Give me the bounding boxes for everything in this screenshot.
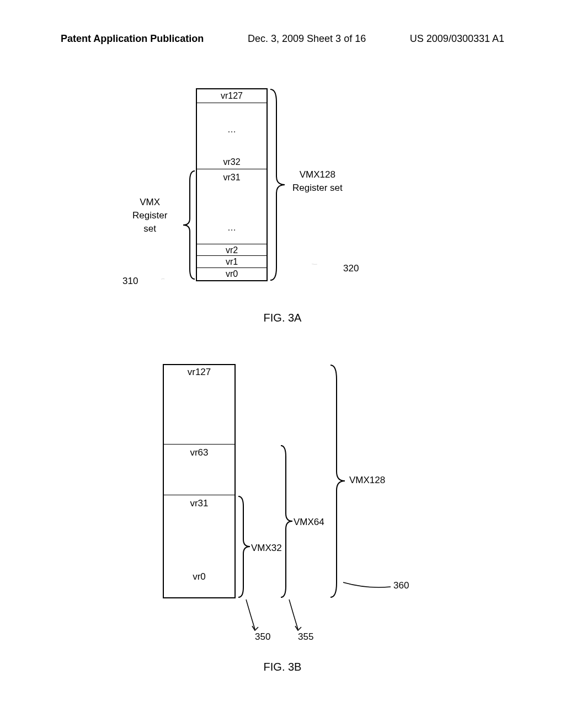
leader-line-310 [143, 279, 182, 280]
register-vr127-b: vr127 [164, 365, 234, 379]
leader-line-355 [287, 598, 303, 631]
leader-line-320 [287, 264, 342, 265]
vmx128-register-set-label: VMX128 Register set [292, 168, 343, 195]
register-stack-3b: vr127 vr63 vr31 vr0 [163, 364, 236, 598]
gap-3 [164, 511, 234, 571]
page-header: Patent Application Publication Dec. 3, 2… [0, 33, 565, 45]
brace-left-icon [182, 170, 196, 280]
register-vr31-b: vr31 [164, 495, 234, 511]
ellipsis-top: … [197, 103, 266, 156]
reference-320: 320 [343, 263, 359, 274]
header-sheet-info: Dec. 3, 2009 Sheet 3 of 16 [248, 33, 366, 45]
brace-vmx32-icon [237, 495, 251, 598]
header-publication: Patent Application Publication [61, 33, 204, 45]
register-stack-3a: vr127 … vr32 vr31 … vr2 vr1 vr0 [196, 88, 268, 281]
ellipsis-bottom: … [197, 186, 266, 244]
figure-3b-caption: FIG. 3B [0, 661, 565, 673]
vmx-register-set-label: VMX Register set [132, 196, 167, 235]
reference-355: 355 [298, 631, 313, 643]
vmx128-label-b: VMX128 [349, 475, 385, 486]
reference-360: 360 [393, 580, 409, 591]
register-vr31: vr31 [197, 169, 266, 186]
header-doc-number: US 2009/0300331 A1 [410, 33, 504, 45]
register-vr0-b: vr0 [164, 571, 234, 585]
brace-right-icon [269, 88, 286, 281]
register-vr32: vr32 [197, 156, 266, 169]
register-vr2: vr2 [197, 244, 266, 256]
gap-2 [164, 460, 234, 495]
register-vr0: vr0 [197, 268, 266, 280]
vmx64-label: VMX64 [294, 517, 324, 528]
leader-line-360 [342, 579, 392, 590]
brace-vmx64-icon [280, 445, 294, 598]
leader-line-350 [244, 598, 260, 631]
reference-310: 310 [122, 276, 138, 287]
figure-3b: vr127 vr63 vr31 vr0 VMX32 VMX64 VMX128 3… [0, 364, 565, 673]
register-vr1: vr1 [197, 256, 266, 268]
gap-1 [164, 379, 234, 445]
register-vr127: vr127 [197, 89, 266, 103]
register-vr63: vr63 [164, 445, 234, 460]
brace-vmx128-icon [329, 364, 346, 598]
figure-3a-caption: FIG. 3A [0, 312, 565, 324]
reference-350: 350 [255, 631, 270, 643]
vmx32-label: VMX32 [251, 543, 282, 554]
figure-3a: vr127 … vr32 vr31 … vr2 vr1 vr0 VMX Regi… [0, 88, 565, 325]
